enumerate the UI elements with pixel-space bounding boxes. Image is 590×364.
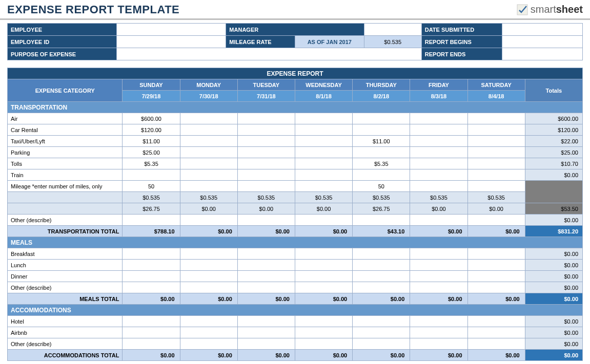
value-cell[interactable] xyxy=(180,271,237,282)
value-cell[interactable]: $11.00 xyxy=(353,136,410,147)
other-cell[interactable] xyxy=(410,215,467,226)
value-cell[interactable] xyxy=(353,169,410,181)
value-cell[interactable] xyxy=(410,316,467,327)
value-cell[interactable] xyxy=(237,327,295,338)
value-cell[interactable] xyxy=(353,260,410,271)
report-begins-field[interactable] xyxy=(502,36,582,48)
value-cell[interactable] xyxy=(237,147,295,158)
value-cell[interactable] xyxy=(410,158,467,169)
value-cell[interactable] xyxy=(467,282,525,293)
mileage-cell[interactable] xyxy=(467,181,525,192)
value-cell[interactable] xyxy=(123,327,180,338)
value-cell[interactable] xyxy=(180,169,237,181)
other-cell[interactable] xyxy=(123,215,180,226)
value-cell[interactable] xyxy=(295,282,352,293)
value-cell[interactable] xyxy=(123,282,180,293)
mileage-cell[interactable]: 50 xyxy=(123,181,180,192)
value-cell[interactable] xyxy=(237,124,295,136)
value-cell[interactable] xyxy=(237,338,295,350)
value-cell[interactable] xyxy=(410,327,467,338)
value-cell[interactable] xyxy=(295,136,352,147)
value-cell[interactable] xyxy=(123,271,180,282)
value-cell[interactable] xyxy=(353,327,410,338)
value-cell[interactable] xyxy=(237,248,295,260)
value-cell[interactable] xyxy=(237,136,295,147)
value-cell[interactable] xyxy=(237,158,295,169)
value-cell[interactable] xyxy=(410,124,467,136)
value-cell[interactable] xyxy=(467,248,525,260)
other-cell[interactable] xyxy=(180,215,237,226)
value-cell[interactable] xyxy=(353,113,410,124)
value-cell[interactable] xyxy=(410,169,467,181)
value-cell[interactable] xyxy=(180,327,237,338)
value-cell[interactable] xyxy=(180,158,237,169)
value-cell[interactable] xyxy=(467,147,525,158)
employee-field[interactable] xyxy=(117,24,226,36)
value-cell[interactable] xyxy=(353,271,410,282)
value-cell[interactable] xyxy=(295,327,352,338)
value-cell[interactable]: $600.00 xyxy=(123,113,180,124)
value-cell[interactable] xyxy=(467,124,525,136)
value-cell[interactable] xyxy=(467,338,525,350)
value-cell[interactable] xyxy=(180,113,237,124)
value-cell[interactable] xyxy=(353,248,410,260)
value-cell[interactable] xyxy=(123,316,180,327)
employee-id-field[interactable] xyxy=(117,36,226,48)
value-cell[interactable] xyxy=(237,271,295,282)
value-cell[interactable] xyxy=(410,147,467,158)
value-cell[interactable] xyxy=(467,113,525,124)
value-cell[interactable] xyxy=(295,113,352,124)
value-cell[interactable] xyxy=(237,260,295,271)
value-cell[interactable] xyxy=(410,136,467,147)
report-ends-field[interactable] xyxy=(502,48,582,60)
value-cell[interactable] xyxy=(295,260,352,271)
other-cell[interactable] xyxy=(237,215,295,226)
value-cell[interactable]: $25.00 xyxy=(123,147,180,158)
value-cell[interactable] xyxy=(123,169,180,181)
mileage-cell[interactable] xyxy=(295,181,352,192)
value-cell[interactable] xyxy=(180,316,237,327)
value-cell[interactable] xyxy=(295,169,352,181)
value-cell[interactable] xyxy=(123,248,180,260)
value-cell[interactable] xyxy=(295,338,352,350)
value-cell[interactable]: $120.00 xyxy=(123,124,180,136)
value-cell[interactable] xyxy=(467,316,525,327)
value-cell[interactable] xyxy=(353,316,410,327)
value-cell[interactable] xyxy=(295,124,352,136)
other-cell[interactable] xyxy=(467,215,525,226)
mileage-cell[interactable] xyxy=(410,181,467,192)
value-cell[interactable] xyxy=(123,260,180,271)
mileage-cell[interactable]: 50 xyxy=(353,181,410,192)
value-cell[interactable] xyxy=(353,124,410,136)
value-cell[interactable] xyxy=(237,282,295,293)
value-cell[interactable] xyxy=(180,282,237,293)
value-cell[interactable] xyxy=(295,316,352,327)
value-cell[interactable] xyxy=(353,338,410,350)
value-cell[interactable] xyxy=(467,260,525,271)
value-cell[interactable]: $11.00 xyxy=(123,136,180,147)
value-cell[interactable] xyxy=(467,271,525,282)
value-cell[interactable] xyxy=(180,248,237,260)
value-cell[interactable] xyxy=(180,136,237,147)
value-cell[interactable] xyxy=(180,338,237,350)
value-cell[interactable] xyxy=(467,169,525,181)
value-cell[interactable] xyxy=(410,248,467,260)
value-cell[interactable] xyxy=(353,282,410,293)
value-cell[interactable] xyxy=(180,260,237,271)
value-cell[interactable] xyxy=(410,282,467,293)
value-cell[interactable] xyxy=(295,248,352,260)
other-cell[interactable] xyxy=(295,215,352,226)
value-cell[interactable] xyxy=(467,136,525,147)
value-cell[interactable] xyxy=(180,147,237,158)
manager-field[interactable] xyxy=(364,24,421,36)
value-cell[interactable] xyxy=(410,260,467,271)
value-cell[interactable] xyxy=(123,338,180,350)
value-cell[interactable]: $5.35 xyxy=(353,158,410,169)
value-cell[interactable] xyxy=(410,113,467,124)
value-cell[interactable] xyxy=(410,338,467,350)
mileage-cell[interactable] xyxy=(237,181,295,192)
value-cell[interactable] xyxy=(410,271,467,282)
value-cell[interactable] xyxy=(353,147,410,158)
value-cell[interactable] xyxy=(237,169,295,181)
date-submitted-field[interactable] xyxy=(502,24,582,36)
